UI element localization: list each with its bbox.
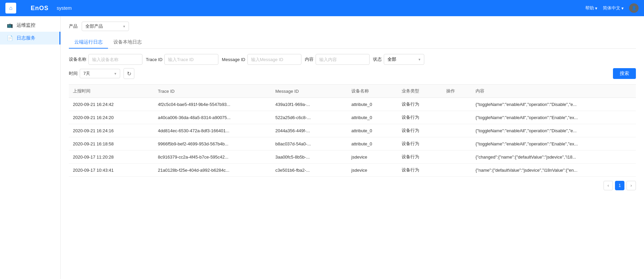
page-1-button[interactable]: 1 [615,181,624,190]
cell-content-3: {"toggleName":"enableAll","operation":"E… [472,137,636,150]
search-button[interactable]: 搜索 [613,68,636,79]
filter-row-2: 时间 7天 ▾ ↻ 搜索 [69,68,636,79]
cell-biz-0: 设备行为 [398,98,442,111]
status-select[interactable]: 全部 ▾ [384,54,424,65]
device-name-input[interactable] [88,54,142,65]
status-label: 状态 [373,56,382,62]
ops-monitor-icon: 📺 [7,22,13,28]
system-name: system [57,5,72,11]
tabs-bar: 云端运行日志 设备本地日志 [69,36,636,49]
time-label: 时间 [69,71,78,77]
content-area: 产品 全部产品 ▾ 云端运行日志 设备本地日志 设备名称 Trace ID [61,16,644,279]
cell-time-0: 2020-09-21 16:24:42 [69,98,154,111]
log-service-icon: 📄 [7,35,13,41]
cell-msg-5[interactable]: c3e501b6-fba2-... [271,164,347,177]
cell-time-5: 2020-09-17 10:43:41 [69,164,154,177]
status-select-value: 全部 [387,56,396,62]
time-select-arrow: ▾ [114,72,116,76]
device-name-label: 设备名称 [69,56,86,62]
avatar[interactable]: 👤 [629,3,639,13]
sidebar-item-log-service[interactable]: 📄 日志服务 [0,32,60,45]
cell-op-1 [442,111,472,124]
cell-trace-2[interactable]: 4dd814ec-6530-472a-8df3-166401... [154,124,271,137]
language-button[interactable]: 简体中文 ▾ [603,5,624,11]
col-message-id: Message ID [271,85,347,98]
sidebar-item-ops-monitor[interactable]: 📺 运维监控 [0,19,60,32]
product-select[interactable]: 全部产品 ▾ [82,22,129,31]
cell-msg-3[interactable]: b8ac037d-54a0-... [271,137,347,150]
message-id-input[interactable] [247,54,301,65]
cell-time-3: 2020-09-21 16:18:58 [69,137,154,150]
home-icon[interactable]: ⌂ [5,3,16,13]
content-input[interactable] [316,54,370,65]
cell-msg-2[interactable]: 2044a356-449f-... [271,124,347,137]
status-arrow: ▾ [419,57,421,62]
cell-biz-3: 设备行为 [398,137,442,150]
cell-device-3: attribute_0 [347,137,398,150]
dot2 [21,7,22,9]
message-id-label: Message ID [222,57,245,62]
cell-biz-1: 设备行为 [398,111,442,124]
cell-device-0: attribute_0 [347,98,398,111]
logo-area: ⌂ EnOS [5,3,49,13]
cell-trace-0[interactable]: 4f2c5c04-bae5-491f-9b4e-5547b93... [154,98,271,111]
cell-op-2 [442,124,472,137]
tab-cloud-log[interactable]: 云端运行日志 [69,36,108,49]
pagination: ‹ 1 › [69,177,636,192]
cell-op-3 [442,137,472,150]
cell-op-5 [442,164,472,177]
col-operation: 操作 [442,85,472,98]
filter-row-1: 设备名称 Trace ID Message ID 内容 状态 全部 ▾ [69,54,636,65]
table-row: 2020-09-21 16:24:42 4f2c5c04-bae5-491f-9… [69,98,636,111]
cell-content-1: {"toggleName":"enableAll","operation":"E… [472,111,636,124]
product-filter-row: 产品 全部产品 ▾ [69,22,636,31]
trace-id-input[interactable] [164,54,218,65]
cell-msg-4[interactable]: 3aa00fc5-8b5b-... [271,150,347,164]
table-header-row: 上报时间 Trace ID Message ID 设备名称 业务类型 操作 内容 [69,85,636,98]
col-time: 上报时间 [69,85,154,98]
message-id-group: Message ID [222,54,301,65]
product-label: 产品 [69,23,78,29]
content-group: 内容 [305,54,370,65]
cell-biz-2: 设备行为 [398,124,442,137]
time-group: 时间 7天 ▾ [69,69,120,78]
cell-trace-4[interactable]: 8c916379-cc2a-4f45-b7ce-595c42... [154,150,271,164]
cell-trace-5[interactable]: 21a0128b-f25e-404d-a992-b6284c... [154,164,271,177]
col-biz-type: 业务类型 [398,85,442,98]
table-row: 2020-09-17 10:43:41 21a0128b-f25e-404d-a… [69,164,636,177]
col-trace-id: Trace ID [154,85,271,98]
cell-msg-0[interactable]: 439a10f1-969a-... [271,98,347,111]
cell-trace-1[interactable]: a40ca006-36da-48a5-8314-a90075... [154,111,271,124]
product-select-value: 全部产品 [85,23,103,29]
cell-trace-3[interactable]: 9966f5b9-bef2-4699-953d-567b4b... [154,137,271,150]
cell-msg-1[interactable]: 522a25d6-c6c8-... [271,111,347,124]
help-button[interactable]: 帮助 ▾ [585,5,597,11]
top-nav-right: 帮助 ▾ 简体中文 ▾ 👤 [585,3,639,13]
col-content: 内容 [472,85,636,98]
cell-device-5: jsdevice [347,164,398,177]
cell-op-0 [442,98,472,111]
tab-device-log[interactable]: 设备本地日志 [108,36,147,49]
table-row: 2020-09-21 16:24:16 4dd814ec-6530-472a-8… [69,124,636,137]
cell-time-1: 2020-09-21 16:24:20 [69,111,154,124]
prev-page-button[interactable]: ‹ [603,181,613,190]
top-navigation: ⌂ EnOS system 帮助 ▾ 简体中文 ▾ 👤 [0,0,644,16]
time-select[interactable]: 7天 ▾ [80,69,120,78]
refresh-button[interactable]: ↻ [124,68,134,79]
dot1 [18,7,20,9]
enos-dots-logo [18,7,29,9]
dot4 [25,7,26,9]
cell-content-4: {"changed":{"name":{"defaultValue":"jsde… [472,150,636,164]
cell-device-4: jsdevice [347,150,398,164]
sidebar-item-ops-label: 运维监控 [17,22,35,28]
cell-biz-5: 设备行为 [398,164,442,177]
time-select-value: 7天 [83,71,90,77]
cell-device-1: attribute_0 [347,111,398,124]
trace-id-group: Trace ID [146,54,218,65]
next-page-button[interactable]: › [626,181,636,190]
main-layout: 📺 运维监控 📄 日志服务 产品 全部产品 ▾ 云端运行日志 设备本地日志 [0,16,644,279]
log-table: 上报时间 Trace ID Message ID 设备名称 业务类型 操作 内容… [69,84,636,177]
cell-biz-4: 设备行为 [398,150,442,164]
device-name-group: 设备名称 [69,54,142,65]
status-group: 状态 全部 ▾ [373,54,424,65]
